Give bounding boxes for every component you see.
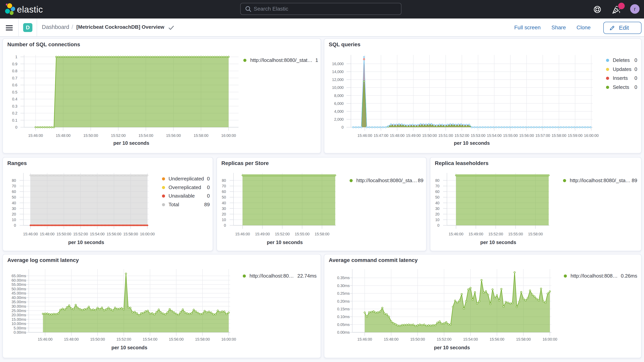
svg-text:per 10 seconds: per 10 seconds [113,140,149,146]
svg-text:15:47:00: 15:47:00 [374,134,388,138]
svg-text:15:56:00: 15:56:00 [169,337,184,341]
svg-text:20: 20 [12,212,16,216]
svg-text:per 10 seconds: per 10 seconds [480,240,516,245]
svg-text:20.00ms: 20.00ms [12,313,26,317]
svg-text:10: 10 [435,218,440,222]
svg-text:6,000: 6,000 [334,102,344,106]
svg-text:15:50:00: 15:50:00 [90,337,105,341]
svg-text:0.00ms: 0.00ms [14,330,26,334]
svg-text:16,000: 16,000 [332,62,344,66]
svg-text:40: 40 [435,201,440,205]
svg-text:5.00ms: 5.00ms [14,326,26,330]
svg-text:per 10 seconds: per 10 seconds [68,240,104,245]
svg-text:8,000: 8,000 [334,94,344,98]
svg-text:15:54:00: 15:54:00 [487,134,502,138]
svg-text:15:55:00: 15:55:00 [503,134,518,138]
svg-text:15:58:00: 15:58:00 [552,134,566,138]
svg-text:15:52:00: 15:52:00 [437,337,452,341]
svg-text:0.30ms: 0.30ms [337,284,350,288]
svg-text:per 10 seconds: per 10 seconds [267,240,303,245]
svg-text:40.00ms: 40.00ms [12,296,26,300]
svg-text:0.7: 0.7 [12,76,17,80]
svg-text:30.00ms: 30.00ms [12,304,26,308]
svg-text:15:56:00: 15:56:00 [107,232,121,236]
svg-text:15:58:00: 15:58:00 [528,232,543,236]
svg-text:16:00:00: 16:00:00 [584,134,598,138]
svg-text:15:56:00: 15:56:00 [519,134,534,138]
svg-text:15:48:00: 15:48:00 [384,337,398,341]
svg-text:0.10ms: 0.10ms [337,314,350,319]
svg-text:0.25ms: 0.25ms [337,291,350,296]
svg-text:16:00:00: 16:00:00 [140,232,155,236]
svg-text:50.00ms: 50.00ms [12,287,26,291]
svg-text:60: 60 [222,190,226,194]
svg-text:0.05ms: 0.05ms [337,322,350,327]
svg-text:40: 40 [222,201,226,205]
svg-text:15:52:00: 15:52:00 [111,134,126,138]
svg-text:0: 0 [15,125,17,129]
svg-text:0: 0 [437,223,440,228]
svg-text:15:54:00: 15:54:00 [90,232,104,236]
svg-text:0.4: 0.4 [12,97,17,101]
svg-text:15:52:00: 15:52:00 [488,232,503,236]
svg-text:55.00ms: 55.00ms [12,282,26,287]
svg-text:15:46:00: 15:46:00 [357,337,372,341]
svg-text:15:48:00: 15:48:00 [64,337,79,341]
svg-text:60: 60 [435,190,440,194]
svg-text:15:55:00: 15:55:00 [508,232,523,236]
svg-text:15:54:00: 15:54:00 [138,134,153,138]
svg-text:15:55:00: 15:55:00 [295,232,310,236]
svg-text:15:50:00: 15:50:00 [410,337,425,341]
svg-text:0: 0 [224,223,226,228]
svg-text:15:58:00: 15:58:00 [123,232,138,236]
svg-text:15:59:00: 15:59:00 [568,134,582,138]
svg-text:15:48:00: 15:48:00 [390,134,404,138]
svg-text:15:48:00: 15:48:00 [56,134,70,138]
svg-text:15:46:00: 15:46:00 [23,232,38,236]
svg-text:60: 60 [12,190,16,194]
svg-text:12,000: 12,000 [332,78,344,82]
svg-text:10,000: 10,000 [332,86,344,90]
svg-text:80: 80 [12,178,16,182]
svg-text:15.00ms: 15.00ms [12,317,26,322]
svg-text:0.9: 0.9 [12,62,17,66]
svg-text:per 10 seconds: per 10 seconds [434,345,470,350]
svg-text:0.00ms: 0.00ms [337,330,350,334]
svg-text:0.35ms: 0.35ms [337,276,350,280]
svg-text:70: 70 [222,184,226,188]
svg-text:10: 10 [12,218,16,222]
svg-text:80: 80 [435,178,440,182]
svg-text:0.2: 0.2 [12,111,17,115]
svg-text:15:50:00: 15:50:00 [56,232,71,236]
svg-text:16:00:00: 16:00:00 [542,337,557,341]
svg-text:0.15ms: 0.15ms [337,307,350,311]
svg-text:80: 80 [222,178,226,182]
svg-text:25.00ms: 25.00ms [12,308,26,313]
svg-text:15:46:00: 15:46:00 [449,232,463,236]
svg-text:50: 50 [12,195,16,199]
svg-text:0.20ms: 0.20ms [337,299,350,304]
svg-text:0.5: 0.5 [12,90,17,94]
svg-text:20: 20 [435,212,440,216]
svg-text:0.6: 0.6 [12,83,17,87]
svg-text:50: 50 [222,195,226,199]
svg-text:1: 1 [15,55,17,59]
svg-text:60.00ms: 60.00ms [12,278,26,282]
svg-text:15:53:00: 15:53:00 [471,134,485,138]
svg-text:15:52:00: 15:52:00 [275,232,290,236]
svg-text:15:54:00: 15:54:00 [143,337,157,341]
svg-text:10: 10 [222,218,226,222]
svg-text:15:56:00: 15:56:00 [166,134,181,138]
svg-text:per 10 seconds: per 10 seconds [454,140,490,146]
svg-text:40: 40 [12,201,16,205]
svg-text:30: 30 [222,206,226,211]
svg-text:45.00ms: 45.00ms [12,291,26,295]
svg-text:15:46:00: 15:46:00 [358,134,372,138]
svg-text:30: 30 [12,206,16,211]
svg-text:15:57:00: 15:57:00 [536,134,550,138]
svg-text:15:58:00: 15:58:00 [195,337,210,341]
svg-text:15:56:00: 15:56:00 [490,337,504,341]
svg-text:15:51:00: 15:51:00 [438,134,453,138]
svg-text:15:52:00: 15:52:00 [116,337,131,341]
svg-text:15:58:00: 15:58:00 [315,232,329,236]
